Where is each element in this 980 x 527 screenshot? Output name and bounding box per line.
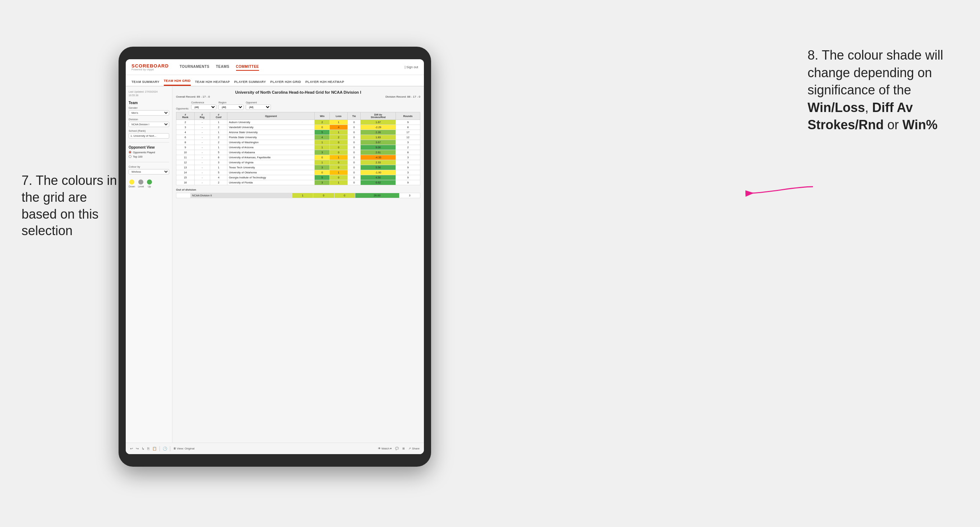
- legend-up-label: Up: [148, 185, 151, 188]
- radio-opponents-played[interactable]: Opponents Played: [129, 151, 169, 154]
- forward-icon[interactable]: ↳: [142, 447, 145, 451]
- bottom-toolbar: ↩ ↪ ↳ ⎘ 📋 🕐 🖥 View: Original 👁 Watch ▾ 💬…: [126, 443, 424, 454]
- table-row: 12-3University of Virginia1002.333: [177, 160, 420, 165]
- sub-nav-team-h2h-heatmap[interactable]: TEAM H2H HEATMAP: [195, 80, 230, 86]
- colour-legend: Down Level Up: [129, 179, 169, 188]
- grid-icon[interactable]: ⊞: [402, 447, 405, 450]
- view-label: 🖥 View: Original: [173, 447, 194, 450]
- table-row: 6-2Florida State University4201.8312: [177, 135, 420, 140]
- division-select[interactable]: NCAA Division I: [129, 122, 169, 127]
- opponent-filter-label: Opponent: [246, 101, 271, 104]
- legend-down-label: Down: [129, 185, 135, 188]
- table-row: 3-2Vanderbilt University040-2.298: [177, 125, 420, 130]
- nav-committee[interactable]: COMMITTEE: [236, 63, 259, 71]
- logo-text: SCOREBOARD: [132, 63, 169, 68]
- sub-nav-player-h2h-heatmap[interactable]: PLAYER H2H HEATMAP: [305, 80, 344, 86]
- division-record: Division Record: 88 - 17 - 0: [385, 95, 420, 98]
- toolbar-sep1: [159, 446, 160, 451]
- sub-nav-team-summary[interactable]: TEAM SUMMARY: [132, 80, 159, 86]
- table-row: 4-1Arizona State University5102.2817: [177, 130, 420, 135]
- legend-level: Level: [138, 179, 144, 188]
- h2h-grid-table: #Rank #Reg #Conf Opponent Win Loss Tie D…: [176, 112, 420, 185]
- overall-record: Overall Record: 89 - 17 - 0: [176, 95, 210, 98]
- legend-up: Up: [147, 179, 152, 188]
- table-row: 8-2University of Washington1003.673: [177, 140, 420, 145]
- sub-nav-team-h2h-grid[interactable]: TEAM H2H GRID: [164, 79, 191, 86]
- col-reg: #Reg: [194, 113, 210, 120]
- school-value: 1. University of Nort...: [129, 133, 169, 138]
- legend-down: Down: [129, 179, 135, 188]
- tablet-screen: SCOREBOARD Powered by clippd TOURNAMENTS…: [126, 59, 424, 454]
- opponent-select[interactable]: (All): [246, 105, 271, 110]
- table-row: 2-1Auburn University2101.679: [177, 120, 420, 125]
- table-row: NCAA Division II 1 0 0 26.00 3: [177, 193, 420, 198]
- team-section: Team Gender Men's Division NCAA Division…: [129, 101, 169, 138]
- radio-label-top100: Top 100: [133, 155, 143, 158]
- legend-down-dot: [129, 179, 134, 184]
- col-rounds: Rounds: [396, 113, 420, 120]
- legend-up-dot: [147, 179, 152, 184]
- col-conf: #Conf: [210, 113, 227, 120]
- ood-name: NCAA Division II: [190, 193, 292, 198]
- nav-tournaments[interactable]: TOURNAMENTS: [180, 63, 210, 71]
- radio-dot-top100: [129, 155, 132, 158]
- out-of-division: Out of division NCAA Division II 1 0 0 2…: [176, 188, 420, 198]
- radio-label-opponents: Opponents Played: [133, 151, 155, 154]
- region-filter: Region (All): [218, 101, 243, 110]
- opponent-filter: Opponent (All): [246, 101, 271, 110]
- copy-icon[interactable]: ⎘: [147, 447, 150, 451]
- conference-select[interactable]: (All): [191, 105, 216, 110]
- gender-select[interactable]: Men's: [129, 110, 169, 116]
- col-diff: Diff AvStrokes/Rnd: [361, 113, 396, 120]
- annotation-left: 7. The colours in the grid are based on …: [22, 172, 122, 240]
- col-tie: Tie: [347, 113, 361, 120]
- sign-out-link[interactable]: | Sign out: [404, 65, 418, 69]
- table-row: 10-5University of Alabama3002.618: [177, 150, 420, 155]
- ood-loss: 0: [313, 193, 334, 198]
- col-opponent: Opponent: [228, 113, 315, 120]
- paste-icon[interactable]: 📋: [152, 447, 157, 451]
- arrow-right-annotation: [745, 172, 816, 201]
- region-select[interactable]: (All): [218, 105, 243, 110]
- out-of-division-table: NCAA Division II 1 0 0 26.00 3: [176, 193, 420, 198]
- sub-nav: TEAM SUMMARY TEAM H2H GRID TEAM H2H HEAT…: [126, 75, 424, 87]
- table-row: 14-5University of Oklahoma010-1.003: [177, 170, 420, 175]
- team-section-title: Team: [129, 101, 169, 105]
- share-button[interactable]: ↗ Share: [409, 447, 420, 450]
- nav-teams[interactable]: TEAMS: [216, 63, 229, 71]
- grid-title: University of North Carolina Head-to-Hea…: [176, 90, 420, 94]
- undo-icon[interactable]: ↩: [130, 447, 133, 451]
- grid-content: University of North Carolina Head-to-Hea…: [172, 87, 424, 443]
- sub-nav-player-summary[interactable]: PLAYER SUMMARY: [234, 80, 266, 86]
- sub-nav-player-h2h-grid[interactable]: PLAYER H2H GRID: [270, 80, 301, 86]
- table-row: 11-6University of Arkansas, Fayetteville…: [177, 155, 420, 160]
- ood-conf: [177, 193, 191, 198]
- colour-by-label: Colour by: [129, 165, 169, 168]
- region-label: Region: [218, 101, 243, 104]
- opponents-filter-label: Opponents:: [176, 107, 189, 110]
- division-label: Division: [129, 118, 169, 121]
- table-header-row: #Rank #Reg #Conf Opponent Win Loss Tie D…: [177, 113, 420, 120]
- clock-icon[interactable]: 🕐: [163, 447, 167, 451]
- main-content: Last Updated: 27/03/2024 16:55:38 Team G…: [126, 87, 424, 443]
- table-row: 9-1University of Arizona1009.002: [177, 145, 420, 150]
- col-rank: #Rank: [177, 113, 195, 120]
- comment-icon[interactable]: 💬: [395, 447, 399, 450]
- redo-icon[interactable]: ↪: [136, 447, 138, 451]
- table-row: 15-4Georgia Institute of Technology5004.…: [177, 175, 420, 180]
- logo-container: SCOREBOARD Powered by clippd: [132, 63, 169, 71]
- conference-label: Conference: [191, 101, 216, 104]
- ood-rounds: 3: [399, 193, 420, 198]
- radio-top100[interactable]: Top 100: [129, 155, 169, 158]
- table-row: 13-1Texas Tech University3005.569: [177, 165, 420, 170]
- watch-button[interactable]: 👁 Watch ▾: [378, 447, 392, 450]
- opponent-view-section: Opponent View Opponents Played Top 100: [129, 142, 169, 158]
- logo-sub: Powered by clippd: [132, 68, 169, 71]
- colour-by-select[interactable]: Win/loss: [129, 169, 169, 175]
- gender-label: Gender: [129, 106, 169, 110]
- out-of-division-title: Out of division: [176, 188, 420, 191]
- filter-row: Opponents: Conference (All) Region (All): [176, 101, 420, 110]
- toolbar-right: 👁 Watch ▾ 💬 ⊞ ↗ Share: [378, 447, 420, 450]
- left-panel: Last Updated: 27/03/2024 16:55:38 Team G…: [126, 87, 172, 443]
- opponent-view-title: Opponent View: [129, 145, 169, 149]
